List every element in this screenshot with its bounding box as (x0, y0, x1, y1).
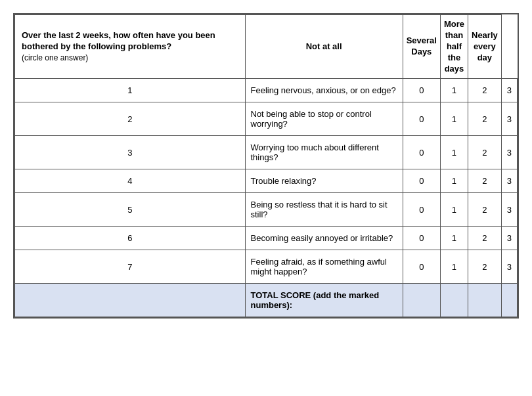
row-score-2: 2 (468, 250, 502, 284)
total-label-bold: TOTAL SCORE (251, 290, 311, 300)
total-row-label: TOTAL SCORE (add the marked numbers): (245, 284, 403, 317)
row-score-3: 3 (501, 193, 517, 227)
row-score-3: 3 (501, 227, 517, 250)
total-row: TOTAL SCORE (add the marked numbers): (15, 284, 518, 317)
row-question: Trouble relaxing? (245, 169, 403, 193)
row-score-3: 3 (501, 102, 517, 136)
total-score-col2 (440, 284, 468, 317)
row-score-3: 3 (501, 136, 517, 169)
row-question: Feeling nervous, anxious, or on edge? (245, 79, 403, 102)
row-score-3: 3 (501, 250, 517, 284)
row-score-3: 3 (501, 169, 517, 193)
row-number: 5 (15, 193, 246, 227)
row-score-3: 3 (501, 79, 517, 102)
table-row: 3 Worrying too much about different thin… (15, 136, 518, 169)
row-score-0: 0 (403, 193, 440, 227)
header-col4: Nearly every day (468, 15, 502, 79)
row-score-0: 0 (403, 136, 440, 169)
row-question: Not being able to stop or control worryi… (245, 102, 403, 136)
total-score-col3 (468, 284, 502, 317)
table-row: 1 Feeling nervous, anxious, or on edge? … (15, 79, 518, 102)
row-score-0: 0 (403, 169, 440, 193)
total-score-col1 (403, 284, 440, 317)
row-score-2: 2 (468, 169, 502, 193)
row-number: 3 (15, 136, 246, 169)
row-score-0: 0 (403, 79, 440, 102)
row-question: Becoming easily annoyed or irritable? (245, 227, 403, 250)
row-number: 7 (15, 250, 246, 284)
row-number: 2 (15, 102, 246, 136)
row-score-2: 2 (468, 193, 502, 227)
table-row: 6 Becoming easily annoyed or irritable? … (15, 227, 518, 250)
questionnaire-table: Over the last 2 weeks, how often have yo… (13, 13, 519, 319)
table-row: 2 Not being able to stop or control worr… (15, 102, 518, 136)
header-col3: More than half the days (440, 15, 468, 79)
row-question: Worrying too much about different things… (245, 136, 403, 169)
row-score-1: 1 (440, 227, 468, 250)
table-row: 7 Feeling afraid, as if something awful … (15, 250, 518, 284)
row-score-1: 1 (440, 169, 468, 193)
row-score-0: 0 (403, 227, 440, 250)
row-question: Being so restless that it is hard to sit… (245, 193, 403, 227)
row-number: 4 (15, 169, 246, 193)
row-score-1: 1 (440, 102, 468, 136)
header-col2: Several Days (403, 15, 440, 79)
row-score-0: 0 (403, 250, 440, 284)
table-row: 5 Being so restless that it is hard to s… (15, 193, 518, 227)
table-row: 4 Trouble relaxing? 0 1 2 3 (15, 169, 518, 193)
row-score-2: 2 (468, 227, 502, 250)
row-score-2: 2 (468, 136, 502, 169)
row-score-1: 1 (440, 250, 468, 284)
header-main-title: Over the last 2 weeks, how often have yo… (15, 15, 246, 79)
row-score-0: 0 (403, 102, 440, 136)
row-number: 6 (15, 227, 246, 250)
row-score-2: 2 (468, 102, 502, 136)
row-score-1: 1 (440, 79, 468, 102)
row-score-2: 2 (468, 79, 502, 102)
row-question: Feeling afraid, as if something awful mi… (245, 250, 403, 284)
header-subtitle: (circle one answer) (22, 53, 88, 62)
header-title-bold: Over the last 2 weeks, how often have yo… (22, 30, 215, 51)
header-col1: Not at all (245, 15, 403, 79)
row-number: 1 (15, 79, 246, 102)
total-row-num-empty (15, 284, 246, 317)
total-score-col4 (501, 284, 517, 317)
row-score-1: 1 (440, 193, 468, 227)
row-score-1: 1 (440, 136, 468, 169)
